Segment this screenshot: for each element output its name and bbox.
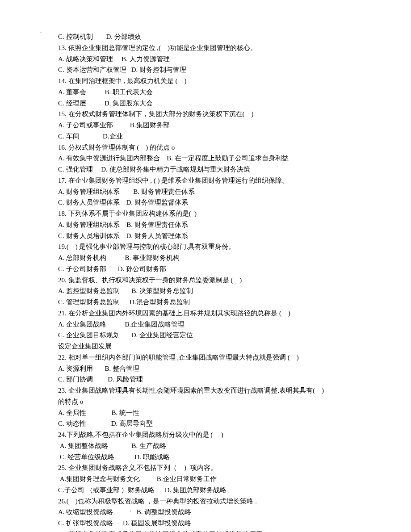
text-line: C. 动态性 D. 高层导向型 xyxy=(58,418,357,429)
text-line: 23. 企业集团战略管理具有长期性,会随环境因素的重大改变而进行战略调整,表明其… xyxy=(58,385,357,396)
text-line: 16. 分权式财务管理体制有 ( ) 的优点 o xyxy=(58,142,357,153)
text-line: 27. 将拟出售的资产或子公司出售给同行业的其它公司的投资战略属于( ) xyxy=(58,529,357,532)
text-line: A. 企业集团战略 B.企业集团战略管理 xyxy=(58,319,357,330)
text-line: 25. 企业集团财务战略含义,不包括下列（ ）项内容。 xyxy=(58,462,357,473)
text-line: C. 管理型财务总监制 D.混合型财务总监制 xyxy=(58,297,357,308)
text-line: C. 子公司财务部 D. 孙公司财务部 xyxy=(58,264,357,275)
text-line: 26.( )也称为积极型投资战略 ，是一种典型的投资拉动式增长策略 . xyxy=(58,496,357,507)
text-line: A. 财务管理组织体系 B. 财务管理责任体系 xyxy=(58,219,357,230)
text-line: A. 总部财务机构 B. 事业部财务机构 xyxy=(58,252,357,264)
document-body: C. 控制机制 D. 分部绩效13. 依照企业集团总部管理的定位 ,( )功能是… xyxy=(58,31,357,532)
text-line: 21. 在分析企业集团内外环境因素的基础上,目标并规划其实现路径的总称是 ( ) xyxy=(58,308,357,319)
text-line: 17. 在企业集团财务管理组织中 , ( ) 是维系企业集团财务管理运行的组织保… xyxy=(58,175,357,186)
text-line: A. 监控型财务总监制 B. 决策型财务总监制 xyxy=(58,285,357,297)
text-line: C. 车间 D.企业 xyxy=(58,131,357,142)
text-line: C. 经营单位级战略 D. 职能战略 xyxy=(58,452,357,463)
text-line: C. 强化管理 D. 使总部财务集中精力于战略规划与重大财务决策 xyxy=(58,164,357,175)
text-line: A. 有效集中资源进行集团内部整合 B. 在一定程度上鼓励子公司追求自身利益 xyxy=(58,153,357,164)
text-line: A. 董事会 B. 职工代表大会 xyxy=(58,87,357,98)
text-line: C.子公司 （或事业部 ）财务战略 D. 集团总部财务战略 xyxy=(58,485,357,496)
text-line: A. 收缩型投资战略 B. 调整型投资战略 xyxy=(58,507,357,518)
text-line: C. 扩张型投资战略 D. 稳固发展型投资战略 xyxy=(58,518,357,529)
text-line: 13. 依照企业集团总部管理的定位 ,( )功能是企业集团管理的核心。 xyxy=(58,42,357,54)
text-line: C. 企业集团目标规划 D. 企业集团经营定位 xyxy=(58,330,357,341)
text-line: A. 集团整体战略 B. 生产战略 xyxy=(58,440,357,452)
text-line: 18. 下列体系不属于企业集团应构建体系的是( ) xyxy=(58,208,357,219)
text-line: 24.下列战略,不包括在企业集团战略所分级次中的是 ( ) xyxy=(58,429,357,440)
text-line: C. 资本运营和产权管理 D. 财务控制与管理 xyxy=(58,64,357,75)
text-line: 14. 在集同治理框架中 , 最高权力机关是 ( ) xyxy=(58,75,357,87)
page-marker-top: . xyxy=(40,26,42,35)
text-line: A. 资源利用 B. 整合管理 xyxy=(58,363,357,374)
text-line: 20. 集监督权、执行权和决策权于一身的财务总监委派制是 ( ) xyxy=(58,275,357,286)
text-line: A. 全局性 B. 统一性 xyxy=(58,407,357,419)
text-line: 22. 相对单一组织内各部门间的职能管理 ,企业集团战略管理最大特点就是强调 (… xyxy=(58,352,357,363)
text-line: C. 财务人员管理体系 D. 财务管理监督体系 xyxy=(58,197,357,208)
text-line: 15. 在分权式财务管理体制下，集团大部分的财务决策权下沉在( ) xyxy=(58,109,357,120)
text-line: 设定企业集团发展 xyxy=(58,341,357,352)
text-line: 19.( ) 是强化事业部管理与控制的核心部门,具有双重身份。 xyxy=(58,241,357,252)
text-line: A. 财务管理组织体系 B. 财务管理责任体系 xyxy=(58,186,357,197)
text-line: C. 财务人员培训体系 D. 财务人员管理体系 xyxy=(58,230,357,242)
text-line: C. 控制机制 D. 分部绩效 xyxy=(58,31,357,42)
text-line: C. 经理层 D. 集团股东大会 xyxy=(58,98,357,109)
text-line: A.集团财务理念与财务文化 B.企业日常财务工作 xyxy=(58,473,357,485)
text-line: A. 子公司或事业部 B.集团财务部 xyxy=(58,120,357,131)
text-line: C. 部门协调 D. 风险管理 xyxy=(58,374,357,385)
page-marker-bottom: . . . xyxy=(130,505,150,514)
text-line: A. 战略决策和管理 B. 人力资源管理 xyxy=(58,54,357,65)
text-line: 的特点 o xyxy=(58,396,357,407)
